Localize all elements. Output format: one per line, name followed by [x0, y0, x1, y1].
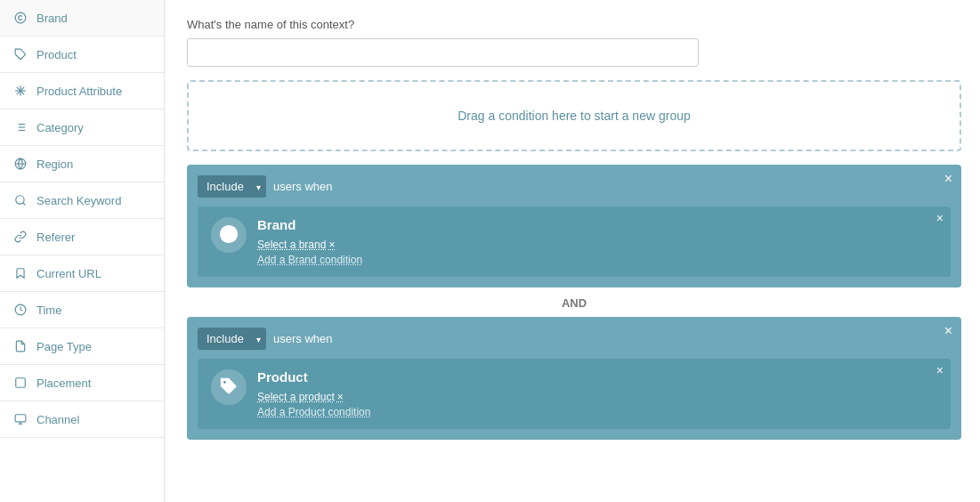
sidebar-item-channel[interactable]: Channel — [0, 401, 164, 438]
sidebar-item-placement-label: Placement — [36, 376, 91, 390]
close-group-2-button[interactable]: × — [944, 324, 952, 338]
tag-card-icon — [219, 376, 239, 399]
product-card-content: Product Select a product × Add a Product… — [257, 369, 937, 418]
context-question: What's the name of this context? — [187, 18, 958, 31]
main-content: What's the name of this context? Drag a … — [165, 0, 980, 502]
product-add-link[interactable]: Add a Product condition — [257, 406, 937, 418]
svg-point-14 — [16, 196, 24, 204]
asterisk-icon — [13, 84, 28, 98]
sidebar-item-referer[interactable]: Referer — [0, 219, 164, 255]
condition-group-1: × Include ▾ users when × — [187, 165, 961, 287]
close-card-brand-button[interactable]: × — [936, 212, 944, 224]
sidebar-item-brand[interactable]: Brand — [0, 0, 164, 36]
bookmark-icon — [13, 266, 28, 280]
link-icon — [13, 230, 28, 244]
sidebar-item-search-keyword-label: Search Keyword — [36, 194, 121, 207]
copyright-icon — [13, 11, 28, 25]
sidebar-item-product-attribute-label: Product Attribute — [36, 85, 122, 98]
brand-card-icon-wrapper — [211, 217, 247, 253]
users-when-label-2: users when — [273, 332, 332, 345]
sidebar-item-product-label: Product — [36, 48, 77, 61]
sidebar-item-referer-label: Referer — [36, 231, 75, 244]
brand-select-label: Select a brand — [257, 239, 326, 251]
file-icon — [13, 339, 28, 353]
svg-point-0 — [15, 12, 26, 23]
sidebar-item-current-url-label: Current URL — [36, 267, 101, 280]
clock-icon — [13, 303, 28, 317]
condition-group-1-header: Include ▾ users when — [198, 175, 951, 198]
sidebar-item-time-label: Time — [36, 304, 61, 317]
and-separator: AND — [187, 296, 961, 310]
sidebar-item-page-type[interactable]: Page Type — [0, 328, 164, 365]
drop-zone-text: Drag a condition here to start a new gro… — [458, 109, 691, 123]
sidebar-item-product[interactable]: Product — [0, 36, 164, 73]
product-select-link[interactable]: Select a product × — [257, 391, 344, 403]
sidebar-item-brand-label: Brand — [36, 12, 68, 25]
brand-card-content: Brand Select a brand × Add a Brand condi… — [257, 217, 937, 266]
search-icon — [13, 193, 28, 207]
sidebar-item-region[interactable]: Region — [0, 146, 164, 182]
svg-line-15 — [23, 203, 26, 206]
monitor-icon — [13, 412, 28, 426]
sidebar-item-placement[interactable]: Placement — [0, 365, 164, 401]
product-card-icon-wrapper — [211, 369, 247, 405]
condition-group-2: × Include ▾ users when × — [187, 317, 961, 440]
list-icon — [13, 120, 28, 134]
sidebar: Brand Product Product Attribute — [0, 0, 165, 502]
drop-zone: Drag a condition here to start a new gro… — [187, 80, 961, 151]
close-group-1-button[interactable]: × — [944, 172, 952, 186]
copyright-card-icon — [219, 224, 239, 247]
sidebar-item-category[interactable]: Category — [0, 109, 164, 146]
sidebar-item-current-url[interactable]: Current URL — [0, 255, 164, 292]
sidebar-item-page-type-label: Page Type — [36, 340, 92, 353]
condition-card-product: × Product Select a product × — [198, 359, 951, 429]
tag-icon — [13, 47, 28, 61]
svg-rect-18 — [15, 415, 26, 422]
sidebar-item-category-label: Category — [36, 121, 84, 134]
svg-point-22 — [223, 381, 226, 384]
brand-card-title: Brand — [257, 217, 937, 232]
sidebar-item-search-keyword[interactable]: Search Keyword — [0, 182, 164, 219]
sidebar-item-region-label: Region — [36, 158, 73, 171]
sidebar-item-channel-label: Channel — [36, 413, 79, 426]
condition-card-brand: × Brand Select a brand × — [198, 206, 951, 277]
brand-select-link[interactable]: Select a brand × — [257, 239, 335, 251]
product-card-title: Product — [257, 369, 937, 385]
include-select-1[interactable]: Include — [198, 175, 266, 198]
sidebar-item-product-attribute[interactable]: Product Attribute — [0, 73, 164, 109]
product-select-label: Select a product — [257, 391, 335, 403]
close-card-product-button[interactable]: × — [936, 364, 944, 376]
svg-rect-17 — [16, 378, 26, 388]
product-select-x[interactable]: × — [337, 391, 344, 403]
brand-add-link[interactable]: Add a Brand condition — [257, 254, 937, 266]
users-when-label-1: users when — [273, 180, 332, 193]
square-icon — [13, 376, 28, 390]
globe-icon — [13, 157, 28, 171]
condition-group-2-header: Include ▾ users when — [198, 328, 951, 350]
include-select-2[interactable]: Include — [198, 328, 266, 350]
context-name-input[interactable] — [187, 38, 699, 67]
sidebar-item-time[interactable]: Time — [0, 292, 164, 328]
brand-select-x[interactable]: × — [328, 239, 335, 251]
